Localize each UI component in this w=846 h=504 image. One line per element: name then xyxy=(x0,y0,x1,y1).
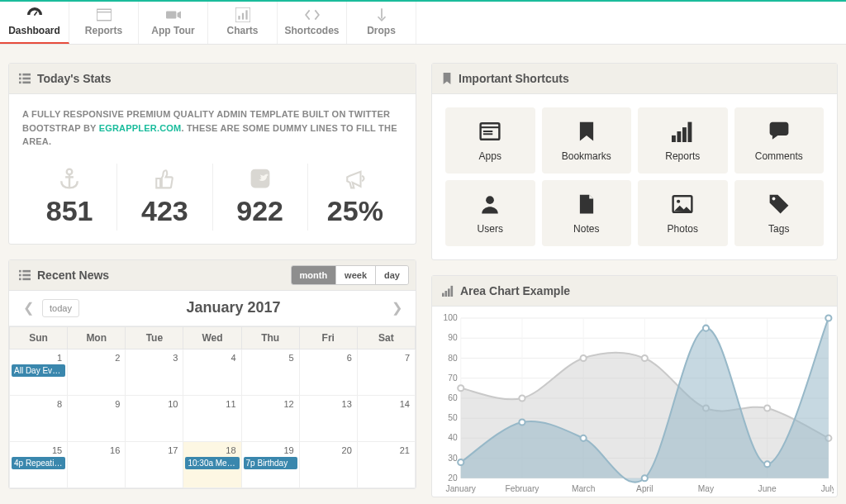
shortcuts-panel: Important Shortcuts AppsBookmarksReports… xyxy=(431,63,838,260)
calendar-event[interactable]: 7p Birthday xyxy=(244,457,297,469)
svg-point-14 xyxy=(67,169,73,174)
calendar-cell[interactable]: 154p Repeating xyxy=(10,441,68,487)
svg-point-83 xyxy=(703,326,709,331)
panel-header: Recent News monthweekday xyxy=(9,260,416,291)
main-nav: DashboardReportsApp TourChartsShortcodes… xyxy=(0,2,846,45)
svg-rect-4 xyxy=(238,16,240,20)
calendar-cell[interactable]: 20 xyxy=(299,441,357,487)
calendar-cell[interactable]: 9 xyxy=(68,395,126,441)
nav-tab-charts[interactable]: Charts xyxy=(208,2,278,44)
nav-tab-label: Drops xyxy=(347,25,416,36)
calendar-event[interactable]: 10:30a Meetin xyxy=(185,457,239,469)
shortcut-photos[interactable]: Photos xyxy=(638,180,728,246)
calendar-view-switcher: monthweekday xyxy=(291,265,410,285)
calendar-cell[interactable]: 11 xyxy=(183,395,241,441)
prev-month-button[interactable]: ❮ xyxy=(19,297,37,319)
panel-header: Area Chart Example xyxy=(432,276,837,307)
tag-icon xyxy=(768,192,790,216)
calendar-event[interactable]: All Day Event xyxy=(12,364,65,377)
shortcut-label: Reports xyxy=(665,150,700,162)
calendar-cell[interactable]: 21 xyxy=(357,441,415,487)
calendar-cell[interactable]: 4 xyxy=(183,349,241,395)
svg-text:50: 50 xyxy=(448,413,458,422)
calendar-cell[interactable]: 6 xyxy=(299,349,357,395)
svg-point-73 xyxy=(519,395,525,401)
nav-tab-dashboard[interactable]: Dashboard xyxy=(0,2,69,44)
stat-item: 25% xyxy=(308,164,402,231)
svg-text:30: 30 xyxy=(448,454,458,463)
svg-text:June: June xyxy=(758,484,777,493)
calendar-cell[interactable]: 197p Birthday xyxy=(241,441,299,487)
weekday-header: Mon xyxy=(68,326,126,349)
shortcut-reports[interactable]: Reports xyxy=(638,107,728,174)
nav-tab-label: Dashboard xyxy=(0,25,69,36)
user-icon xyxy=(479,192,501,216)
svg-text:March: March xyxy=(572,484,595,493)
calendar-cell[interactable]: 16 xyxy=(68,441,126,487)
svg-rect-22 xyxy=(19,278,21,280)
calendar-cell[interactable]: 2 xyxy=(68,349,126,395)
day-number: 7 xyxy=(405,353,410,363)
thumbs-up-icon xyxy=(117,167,212,190)
calendar-cell[interactable]: 17 xyxy=(126,441,183,487)
calendar-cell[interactable]: 14 xyxy=(357,395,415,441)
shortcut-label: Comments xyxy=(755,150,803,162)
day-number: 16 xyxy=(110,445,120,455)
shortcut-users[interactable]: Users xyxy=(445,180,535,246)
svg-rect-8 xyxy=(19,74,21,76)
panel-title: Recent News xyxy=(37,269,109,282)
day-number: 5 xyxy=(289,353,294,363)
day-number: 12 xyxy=(283,399,293,409)
svg-rect-20 xyxy=(19,273,21,276)
calendar-event[interactable]: 4p Repeating xyxy=(12,457,65,469)
svg-point-32 xyxy=(486,196,494,204)
shortcut-apps[interactable]: Apps xyxy=(445,107,535,174)
svg-rect-21 xyxy=(22,273,31,276)
svg-rect-19 xyxy=(22,269,31,272)
view-day-button[interactable]: day xyxy=(376,266,408,284)
today-button[interactable]: today xyxy=(42,299,79,317)
calendar-cell[interactable]: 1All Day Event xyxy=(10,349,68,395)
svg-point-85 xyxy=(825,316,831,321)
calendar-cell[interactable]: 13 xyxy=(299,395,357,441)
bookmark-icon xyxy=(442,73,452,84)
weekday-header: Sat xyxy=(357,326,415,349)
down-arrow-icon xyxy=(347,7,416,23)
svg-rect-2 xyxy=(166,12,176,19)
svg-point-79 xyxy=(458,459,463,465)
svg-text:40: 40 xyxy=(448,433,458,442)
svg-point-82 xyxy=(642,475,648,481)
next-month-button[interactable]: ❯ xyxy=(387,297,406,319)
calendar-cell[interactable]: 1810:30a Meetin xyxy=(183,441,241,487)
nav-tab-shortcodes[interactable]: Shortcodes xyxy=(278,2,347,44)
calendar-cell[interactable]: 7 xyxy=(357,349,415,395)
calendar-toolbar: ❮ today January 2017 ❯ xyxy=(9,291,416,326)
shortcut-comments[interactable]: Comments xyxy=(734,107,825,174)
svg-point-80 xyxy=(519,419,525,425)
day-number: 18 xyxy=(226,445,235,455)
shortcut-tags[interactable]: Tags xyxy=(734,180,825,246)
svg-rect-17 xyxy=(250,169,269,188)
bookmark-icon xyxy=(576,119,597,144)
shortcut-bookmarks[interactable]: Bookmarks xyxy=(542,107,632,174)
calendar-cell[interactable]: 10 xyxy=(126,395,183,441)
nav-tab-app-tour[interactable]: App Tour xyxy=(139,2,208,44)
view-week-button[interactable]: week xyxy=(336,266,376,284)
svg-text:April: April xyxy=(636,484,653,493)
shortcut-notes[interactable]: Notes xyxy=(542,180,632,246)
svg-point-84 xyxy=(764,461,770,467)
calendar-cell[interactable]: 8 xyxy=(10,395,68,441)
calendar-cell[interactable]: 3 xyxy=(126,349,183,395)
comment-icon xyxy=(768,119,790,144)
svg-rect-28 xyxy=(672,136,676,142)
day-number: 1 xyxy=(57,353,62,363)
nav-tab-label: Reports xyxy=(69,25,138,36)
view-month-button[interactable]: month xyxy=(292,266,337,284)
calendar-cell[interactable]: 12 xyxy=(241,395,299,441)
signal-icon xyxy=(442,285,454,297)
nav-tab-reports[interactable]: Reports xyxy=(69,2,139,44)
nav-tab-drops[interactable]: Drops xyxy=(347,2,416,44)
calendar-cell[interactable]: 5 xyxy=(241,349,299,395)
intro-link[interactable]: EGRAPPLER.COM xyxy=(99,123,182,133)
svg-rect-36 xyxy=(442,293,444,297)
